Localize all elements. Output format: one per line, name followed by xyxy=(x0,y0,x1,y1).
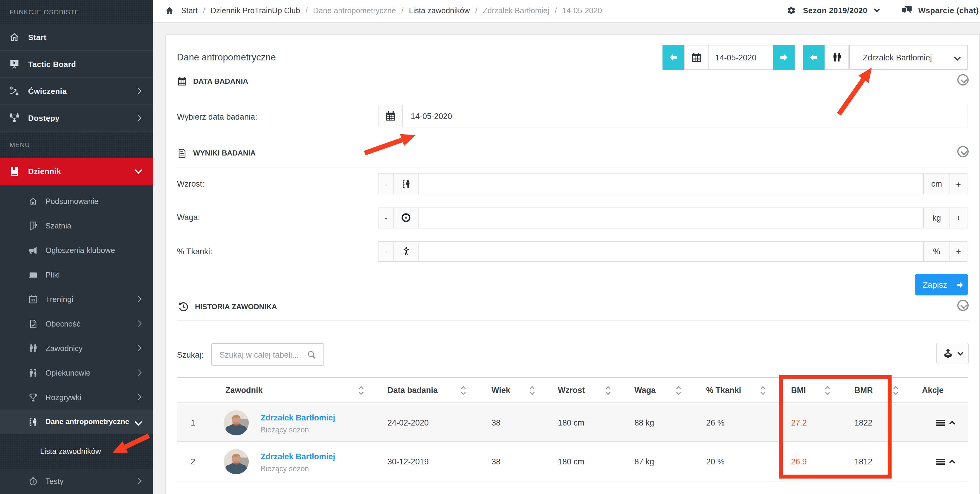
svg-text:31: 31 xyxy=(31,298,35,302)
